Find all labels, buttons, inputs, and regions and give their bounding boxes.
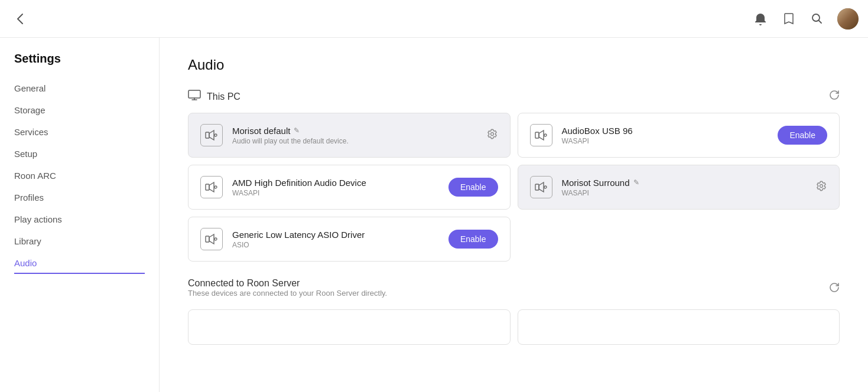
sidebar-item-setup[interactable]: Setup xyxy=(0,143,159,165)
gear-morisot-default-icon[interactable] xyxy=(486,130,498,142)
speaker-icon xyxy=(200,228,223,250)
device-card-asio: Generic Low Latency ASIO Driver ASIO Ena… xyxy=(188,217,511,262)
device-card-amd: AMD High Definition Audio Device WASAPI … xyxy=(188,165,511,210)
svg-point-6 xyxy=(544,134,547,136)
devices-grid: Morisot default ✎ Audio will play out th… xyxy=(188,113,840,262)
speaker-icon xyxy=(200,124,223,146)
connected-card-right xyxy=(518,309,840,345)
connected-section: Connected to Roon Server These devices a… xyxy=(188,278,840,345)
device-action-amd: Enable xyxy=(448,178,498,197)
svg-point-11 xyxy=(820,184,823,187)
sidebar-item-library[interactable]: Library xyxy=(0,230,159,252)
device-action-morisot-default xyxy=(486,128,498,143)
svg-rect-9 xyxy=(535,184,539,190)
bookmark-icon[interactable] xyxy=(781,11,797,27)
refresh-this-pc-button[interactable] xyxy=(829,90,840,103)
this-pc-section-header: This PC xyxy=(188,90,840,103)
device-card-audiobox: AudioBox USB 96 WASAPI Enable xyxy=(518,113,840,158)
enable-asio-button[interactable]: Enable xyxy=(448,230,498,249)
page-title: Audio xyxy=(188,57,840,73)
topbar xyxy=(0,0,868,38)
device-sub-amd: WASAPI xyxy=(232,189,439,197)
device-sub-asio: ASIO xyxy=(232,241,439,249)
sidebar-item-services[interactable]: Services xyxy=(0,121,159,143)
this-pc-label: This PC xyxy=(207,92,240,102)
device-name-amd: AMD High Definition Audio Device xyxy=(232,178,439,188)
device-info-morisot-default: Morisot default ✎ Audio will play out th… xyxy=(232,126,477,145)
device-action-audiobox: Enable xyxy=(778,126,827,145)
avatar[interactable] xyxy=(837,8,859,30)
device-name-audiobox: AudioBox USB 96 xyxy=(562,126,769,136)
device-name-morisot-default: Morisot default ✎ xyxy=(232,126,477,136)
sidebar-item-general[interactable]: General xyxy=(0,77,159,99)
device-info-morisot-surround: Morisot Surround ✎ WASAPI xyxy=(562,178,807,197)
enable-amd-button[interactable]: Enable xyxy=(448,178,498,197)
sidebar: Settings General Storage Services Setup … xyxy=(0,38,160,392)
back-button[interactable] xyxy=(9,8,31,30)
notifications-icon[interactable] xyxy=(752,11,769,27)
sidebar-item-roon-arc[interactable]: Roon ARC xyxy=(0,165,159,187)
content-area: Audio This PC Morisot d xyxy=(160,38,868,392)
sidebar-item-audio[interactable]: Audio xyxy=(0,252,159,274)
device-name-morisot-surround: Morisot Surround ✎ xyxy=(562,178,807,188)
connected-subtitle: These devices are connected to your Roon… xyxy=(188,289,387,298)
device-action-asio: Enable xyxy=(448,230,498,249)
svg-point-4 xyxy=(490,132,493,135)
sidebar-title: Settings xyxy=(0,52,159,77)
edit-morisot-surround-icon[interactable]: ✎ xyxy=(633,178,639,187)
svg-point-3 xyxy=(214,134,217,136)
device-info-asio: Generic Low Latency ASIO Driver ASIO xyxy=(232,230,439,249)
svg-rect-12 xyxy=(206,236,209,242)
device-info-amd: AMD High Definition Audio Device WASAPI xyxy=(232,178,439,197)
svg-point-13 xyxy=(214,238,217,240)
svg-rect-5 xyxy=(535,132,539,138)
device-sub-audiobox: WASAPI xyxy=(562,137,769,145)
svg-rect-1 xyxy=(188,90,200,98)
device-action-morisot-surround xyxy=(815,180,827,195)
sidebar-item-profiles[interactable]: Profiles xyxy=(0,187,159,208)
device-card-morisot-surround: Morisot Surround ✎ WASAPI xyxy=(518,165,840,210)
connected-card-left xyxy=(188,309,511,345)
device-sub-morisot-default: Audio will play out the default device. xyxy=(232,137,477,145)
monitor-icon xyxy=(188,90,201,103)
search-icon[interactable] xyxy=(809,11,825,27)
connected-cards-row xyxy=(188,309,840,345)
main-layout: Settings General Storage Services Setup … xyxy=(0,38,868,392)
svg-rect-2 xyxy=(206,132,209,138)
device-info-audiobox: AudioBox USB 96 WASAPI xyxy=(562,126,769,145)
speaker-icon xyxy=(530,176,552,198)
sidebar-item-storage[interactable]: Storage xyxy=(0,99,159,121)
gear-morisot-surround-icon[interactable] xyxy=(815,182,827,194)
speaker-icon xyxy=(530,124,552,146)
svg-point-8 xyxy=(214,186,217,188)
connected-title: Connected to Roon Server xyxy=(188,278,387,289)
sidebar-item-play-actions[interactable]: Play actions xyxy=(0,208,159,230)
device-sub-morisot-surround: WASAPI xyxy=(562,189,807,197)
svg-point-0 xyxy=(812,14,820,21)
speaker-icon xyxy=(200,176,223,198)
device-card-morisot-default: Morisot default ✎ Audio will play out th… xyxy=(188,113,511,158)
svg-rect-7 xyxy=(206,184,209,190)
svg-point-10 xyxy=(544,186,547,188)
enable-audiobox-button[interactable]: Enable xyxy=(778,126,827,145)
edit-morisot-default-icon[interactable]: ✎ xyxy=(294,126,300,135)
device-name-asio: Generic Low Latency ASIO Driver xyxy=(232,230,439,240)
connected-section-header: Connected to Roon Server These devices a… xyxy=(188,278,840,300)
refresh-connected-button[interactable] xyxy=(829,282,840,296)
